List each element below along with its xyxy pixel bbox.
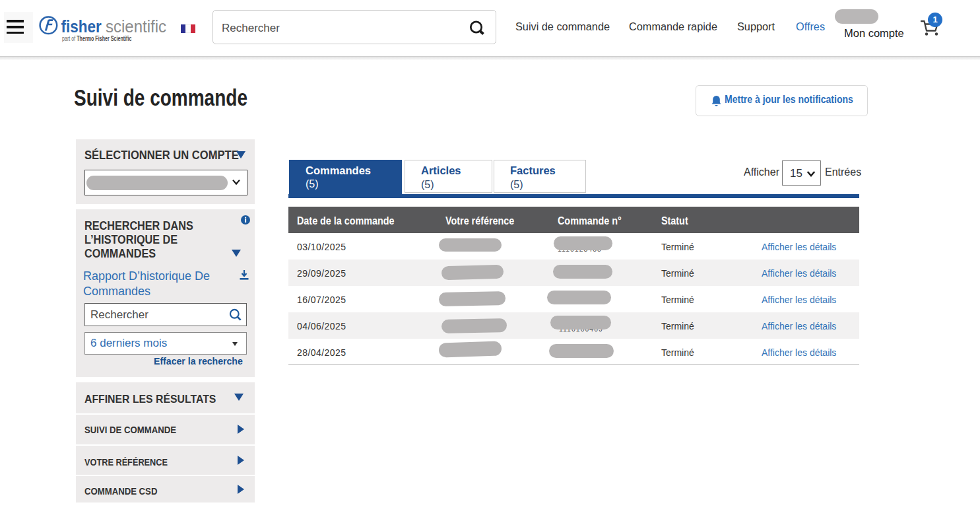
svg-text:fisher: fisher [61, 17, 102, 35]
svg-text:part of Thermo Fisher Scientif: part of Thermo Fisher Scientific [62, 34, 131, 42]
svg-text:scientific: scientific [106, 17, 166, 36]
